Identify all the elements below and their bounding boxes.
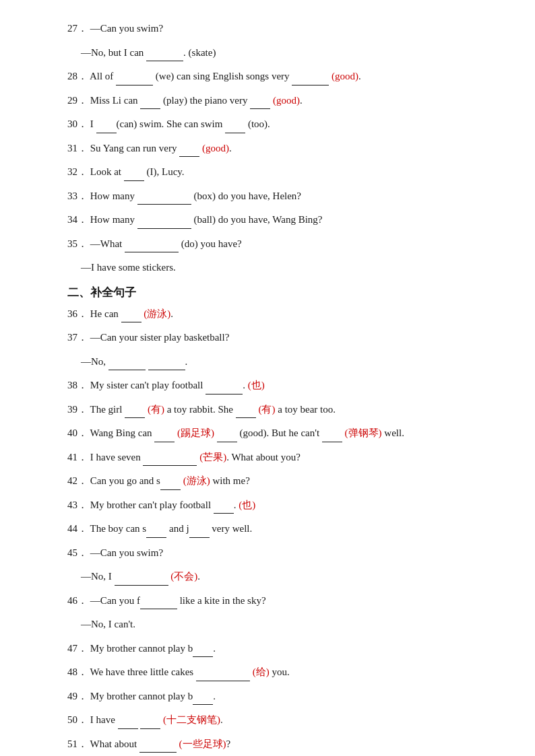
- q32-text: Look at (I), Lucy.: [90, 166, 185, 177]
- question-31: 31． Su Yang can run very (good).: [67, 140, 495, 158]
- question-28: 28． All of (we) can sing English songs v…: [67, 68, 495, 85]
- q46-line1: —Can you f like a kite in the sky?: [90, 595, 266, 606]
- question-34: 34． How many (ball) do you have, Wang Bi…: [67, 211, 495, 229]
- q45-line2: —No, I (不会).: [81, 571, 200, 582]
- question-46: 46． —Can you f like a kite in the sky?: [67, 592, 495, 610]
- q48-text: We have three little cakes (给) you.: [90, 666, 289, 677]
- q37-line1: —Can your sister play basketball?: [90, 332, 230, 343]
- q35-num: 35．: [67, 238, 88, 249]
- q34-num: 34．: [67, 214, 88, 225]
- q38-num: 38．: [67, 380, 88, 390]
- q32-num: 32．: [67, 166, 88, 177]
- q45-line1: —Can you swim?: [90, 547, 163, 558]
- question-30: 30． I (can) swim. She can swim (too).: [67, 116, 495, 133]
- question-33: 33． How many (box) do you have, Helen?: [67, 188, 495, 205]
- question-37: 37． —Can your sister play basketball?: [67, 329, 495, 347]
- q29-text: Miss Li can (play) the piano very (good)…: [90, 95, 303, 106]
- question-48: 48． We have three little cakes (给) you.: [67, 664, 495, 681]
- q35-line2: —I have some stickers.: [81, 262, 176, 273]
- question-49: 49． My brother cannot play b.: [67, 688, 495, 706]
- q40-num: 40．: [67, 427, 88, 438]
- question-40: 40． Wang Bing can (踢足球) (good). But he c…: [67, 425, 495, 442]
- q40-text: Wang Bing can (踢足球) (good). But he can't…: [90, 427, 404, 438]
- q29-num: 29．: [67, 95, 88, 106]
- q39-text: The girl (有) a toy rabbit. She (有) a toy…: [90, 404, 336, 415]
- q44-text: The boy can s and j very well.: [90, 523, 252, 534]
- q28-num: 28．: [67, 71, 88, 81]
- question-38: 38． My sister can't play football . (也): [67, 377, 495, 394]
- question-37-answer: —No, .: [81, 353, 495, 371]
- q51-text: What about (一些足球)?: [90, 738, 230, 749]
- q41-text: I have seven (芒果). What about you?: [90, 452, 301, 462]
- question-44: 44． The boy can s and j very well.: [67, 520, 495, 538]
- question-47: 47． My brother cannot play b.: [67, 640, 495, 658]
- q27-line2: —No, but I can . (skate): [81, 47, 216, 58]
- q30-text: I (can) swim. She can swim (too).: [90, 118, 270, 129]
- q46-line2: —No, I can't.: [81, 619, 135, 629]
- q51-num: 51．: [67, 738, 88, 749]
- q47-text: My brother cannot play b.: [90, 643, 216, 654]
- section2-title: 二、补全句子: [67, 285, 495, 300]
- q49-text: My brother cannot play b.: [90, 691, 216, 701]
- q50-text: I have (十二支钢笔).: [90, 714, 223, 725]
- q42-text: Can you go and s (游泳) with me?: [90, 475, 250, 486]
- q31-text: Su Yang can run very (good).: [90, 143, 232, 153]
- q34-text: How many (ball) do you have, Wang Bing?: [90, 214, 323, 225]
- question-39: 39． The girl (有) a toy rabbit. She (有) a…: [67, 401, 495, 419]
- question-45: 45． —Can you swim?: [67, 545, 495, 562]
- q28-text: All of (we) can sing English songs very …: [90, 71, 361, 81]
- question-27: 27． —Can you swim?: [67, 20, 495, 38]
- question-36: 36． He can (游泳).: [67, 306, 495, 323]
- q36-num: 36．: [67, 308, 88, 319]
- q45-num: 45．: [67, 547, 88, 558]
- q35-line1: —What (do) you have?: [90, 238, 242, 249]
- question-50: 50． I have (十二支钢笔).: [67, 712, 495, 729]
- q42-num: 42．: [67, 475, 88, 486]
- question-41: 41． I have seven (芒果). What about you?: [67, 449, 495, 467]
- q43-num: 43．: [67, 500, 88, 510]
- q37-num: 37．: [67, 332, 88, 343]
- q31-num: 31．: [67, 143, 88, 153]
- question-27-answer: —No, but I can . (skate): [81, 44, 495, 62]
- q33-num: 33．: [67, 191, 88, 201]
- q50-num: 50．: [67, 714, 88, 725]
- q37-line2: —No, .: [81, 356, 187, 367]
- q27-num: 27．: [67, 23, 88, 34]
- q47-num: 47．: [67, 643, 88, 654]
- q46-num: 46．: [67, 595, 88, 606]
- q49-num: 49．: [67, 691, 88, 701]
- q43-text: My brother can't play football . (也): [90, 500, 256, 510]
- question-45-answer: —No, I (不会).: [81, 568, 495, 586]
- q41-num: 41．: [67, 452, 88, 462]
- q48-num: 48．: [67, 666, 88, 677]
- q33-text: How many (box) do you have, Helen?: [90, 191, 301, 201]
- q27-line1: —Can you swim?: [90, 23, 163, 34]
- q30-num: 30．: [67, 118, 88, 129]
- q44-num: 44．: [67, 523, 88, 534]
- question-29: 29． Miss Li can (play) the piano very (g…: [67, 92, 495, 110]
- question-42: 42． Can you go and s (游泳) with me?: [67, 473, 495, 490]
- question-35: 35． —What (do) you have?: [67, 236, 495, 253]
- q39-num: 39．: [67, 404, 88, 415]
- question-32: 32． Look at (I), Lucy.: [67, 164, 495, 181]
- question-35-answer: —I have some stickers.: [81, 259, 495, 277]
- question-46-answer: —No, I can't.: [81, 616, 495, 633]
- question-43: 43． My brother can't play football . (也): [67, 497, 495, 514]
- question-51: 51． What about (一些足球)?: [67, 736, 495, 753]
- q38-text: My sister can't play football . (也): [90, 380, 265, 390]
- q36-text: He can (游泳).: [90, 308, 173, 319]
